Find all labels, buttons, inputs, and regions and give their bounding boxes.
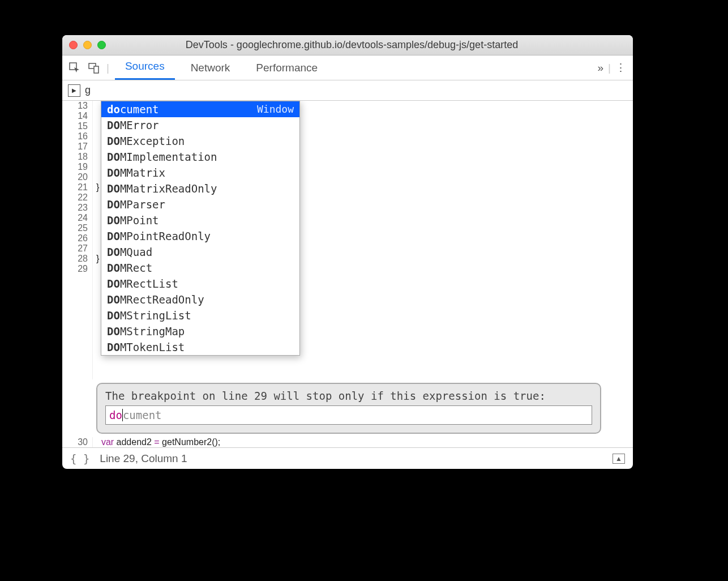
autocomplete-item[interactable]: documentWindow — [101, 101, 299, 117]
line-number[interactable]: 23 — [62, 203, 88, 213]
autocomplete-item[interactable]: DOMMatrixReadOnly — [101, 181, 299, 196]
autocomplete-item[interactable]: DOMStringMap — [101, 323, 299, 339]
autocomplete-item[interactable]: DOMPointReadOnly — [101, 228, 299, 244]
tab-network[interactable]: Network — [181, 57, 241, 79]
filename-prefix: g — [85, 84, 91, 96]
autocomplete-item[interactable]: DOMParser — [101, 196, 299, 212]
cursor-position: Line 29, Column 1 — [100, 452, 187, 465]
line-number[interactable]: 13 — [62, 101, 88, 111]
breakpoint-label: The breakpoint on line 29 will stop only… — [105, 390, 592, 402]
autocomplete-item[interactable]: DOMRect — [101, 260, 299, 276]
line-number[interactable]: 30 — [62, 437, 88, 447]
line-number[interactable]: 28 — [62, 254, 88, 264]
line-number[interactable]: 24 — [62, 213, 88, 223]
line-number[interactable]: 27 — [62, 243, 88, 254]
autocomplete-item[interactable]: DOMMatrix — [101, 165, 299, 181]
autocomplete-item[interactable]: DOMException — [101, 133, 299, 149]
separator: | — [608, 62, 611, 74]
inspect-element-icon[interactable] — [68, 61, 82, 75]
collapse-icon[interactable]: ▲ — [613, 454, 625, 464]
line-number[interactable]: 25 — [62, 223, 88, 233]
line-number[interactable]: 17 — [62, 142, 88, 152]
more-icon[interactable]: ⋮ — [615, 61, 627, 74]
code-line: } — [96, 182, 99, 192]
autocomplete-item[interactable]: DOMQuad — [101, 244, 299, 260]
autocomplete-item[interactable]: DOMRectReadOnly — [101, 292, 299, 307]
autocomplete-item[interactable]: DOMError — [101, 117, 299, 133]
autocomplete-item[interactable]: DOMImplementation — [101, 149, 299, 165]
autocomplete-item[interactable]: DOMTokenList — [101, 339, 299, 355]
line-number[interactable]: 22 — [62, 193, 88, 203]
pretty-print-icon[interactable]: { } — [70, 452, 89, 465]
line-number[interactable]: 26 — [62, 233, 88, 243]
conditional-breakpoint-editor: The breakpoint on line 29 will stop only… — [96, 383, 601, 434]
devtools-window: DevTools - googlechrome.github.io/devtoo… — [62, 35, 633, 469]
tab-performance[interactable]: Performance — [246, 57, 328, 79]
file-navigator-icon[interactable] — [68, 84, 80, 97]
line-gutter: 1314151617181920212223242526272829 — [62, 101, 93, 379]
line-number[interactable]: 18 — [62, 152, 88, 162]
tab-sources[interactable]: Sources — [115, 55, 175, 80]
tabs-overflow-icon[interactable]: » — [597, 62, 603, 74]
svg-rect-2 — [94, 66, 99, 73]
line-number[interactable]: 14 — [62, 111, 88, 121]
autocomplete-hint: Window — [257, 103, 294, 116]
line-number[interactable]: 19 — [62, 162, 88, 172]
line-number[interactable]: 20 — [62, 172, 88, 182]
autocomplete-item[interactable]: DOMPoint — [101, 212, 299, 228]
line-number[interactable]: 16 — [62, 131, 88, 142]
statusbar: { } Line 29, Column 1 ▲ — [62, 447, 633, 469]
code-content[interactable]: var addend2 = getNumber2(); — [93, 437, 633, 447]
breakpoint-ghost: cument — [123, 409, 162, 421]
editor-area: documentWindowDOMErrorDOMExceptionDOMImp… — [62, 101, 633, 447]
titlebar: DevTools - googlechrome.github.io/devtoo… — [62, 35, 633, 55]
window-title: DevTools - googlechrome.github.io/devtoo… — [78, 39, 626, 51]
line-gutter: 30 — [62, 437, 93, 447]
autocomplete-item[interactable]: DOMStringList — [101, 307, 299, 323]
line-number[interactable]: 21 — [62, 182, 88, 193]
device-toolbar-icon[interactable] — [87, 61, 101, 75]
breakpoint-condition-input[interactable]: document — [105, 405, 592, 425]
separator: | — [106, 62, 109, 74]
sources-subbar: g — [62, 80, 633, 101]
line-number[interactable]: 29 — [62, 264, 88, 274]
code-line: } — [96, 254, 99, 263]
close-icon[interactable] — [69, 41, 78, 49]
line-number[interactable]: 15 — [62, 121, 88, 131]
breakpoint-typed: do — [109, 409, 122, 421]
autocomplete-item[interactable]: DOMRectList — [101, 276, 299, 292]
autocomplete-popup: documentWindowDOMErrorDOMExceptionDOMImp… — [101, 101, 300, 356]
devtools-tabs: | Sources Network Performance » | ⋮ — [62, 55, 633, 80]
